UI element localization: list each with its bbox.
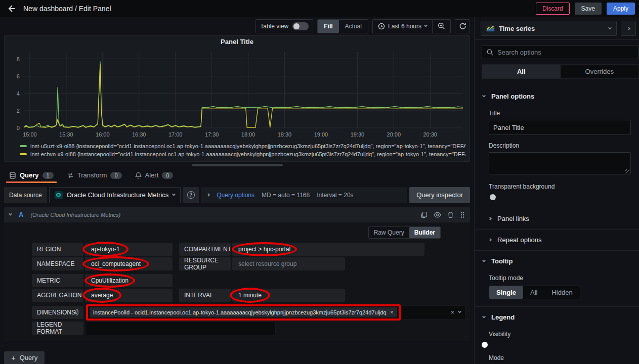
- namespace-field[interactable]: oci_computeagent: [85, 257, 173, 270]
- options-search-input[interactable]: [497, 49, 634, 56]
- tooltip-mode-label: Tooltip mode: [489, 275, 636, 282]
- dimensions-label: DIMENSIONS i: [32, 306, 83, 319]
- compartment-field[interactable]: project > hpc-portal: [232, 243, 424, 256]
- viz-name: Time series: [499, 25, 605, 32]
- datasource-name: Oracle Cloud Infrastructure Metrics: [67, 191, 169, 199]
- dimensions-label-text: DIMENSIONS: [37, 309, 75, 316]
- remove-query-button[interactable]: [447, 211, 454, 218]
- legend-item[interactable]: inst-u5uzt-x9-ol88 {instancepoolid="ocid…: [20, 142, 465, 150]
- chevron-down-icon: [482, 259, 486, 262]
- main-column: Table view Fill Actual Last 6 hours: [0, 17, 474, 364]
- chevron-right-icon: [626, 26, 630, 30]
- panel-options-header[interactable]: Panel options: [475, 86, 639, 106]
- repeat-options-section[interactable]: Repeat options: [475, 229, 639, 250]
- query-editor-card: A (Oracle Cloud Infrastructure Metrics) …: [4, 207, 470, 341]
- refresh-icon: [459, 22, 466, 30]
- toggle-knob: [490, 194, 496, 200]
- region-field[interactable]: ap-tokyo-1: [85, 243, 173, 256]
- hide-query-button[interactable]: [434, 212, 441, 218]
- tooltip-single-option[interactable]: Single: [489, 286, 523, 299]
- query-inspector-button[interactable]: Query inspector: [409, 187, 470, 203]
- tooltip-all-option[interactable]: All: [523, 286, 544, 299]
- add-query-label: Query: [20, 354, 37, 361]
- time-range-label: Last 6 hours: [388, 23, 421, 30]
- chart-legend: inst-u5uzt-x9-ol88 {instancepoolid="ocid…: [9, 141, 465, 159]
- fill-option[interactable]: Fill: [318, 20, 338, 33]
- section-title: Panel links: [497, 215, 529, 222]
- legend-item[interactable]: inst-echvo-x9-ol88 {instancepoolid="ocid…: [20, 150, 465, 158]
- interval-label: INTERVAL: [179, 289, 231, 302]
- region-label: REGION: [32, 243, 83, 256]
- tooltip-hidden-option[interactable]: Hidden: [544, 286, 579, 299]
- options-tabs: All Overrides: [482, 64, 639, 79]
- time-range-picker[interactable]: Last 6 hours: [373, 20, 432, 33]
- add-query-button[interactable]: + Query: [4, 351, 45, 364]
- query-ref-id: A: [19, 211, 23, 218]
- raw-query-option[interactable]: Raw Query: [369, 227, 409, 238]
- horizontal-scrollbar[interactable]: [192, 164, 283, 167]
- svg-text:8: 8: [17, 56, 20, 62]
- clear-select-icon[interactable]: ×: [450, 308, 454, 316]
- refresh-button[interactable]: [455, 19, 470, 33]
- drag-handle[interactable]: [460, 211, 465, 218]
- query-options-strip: Query options MD = auto = 1168 Interval …: [201, 187, 407, 203]
- tab-overrides[interactable]: Overrides: [561, 65, 639, 78]
- description-textarea[interactable]: [489, 152, 631, 174]
- timeseries-chart[interactable]: 0246815:0015:3016:0016:3017:0017:3018:00…: [9, 47, 465, 141]
- series-label: inst-echvo-x9-ol88 {instancepoolid="ocid…: [30, 151, 465, 157]
- legend-format-input[interactable]: [85, 321, 276, 335]
- collapse-pane-button[interactable]: [621, 21, 636, 36]
- back-button[interactable]: [4, 2, 18, 16]
- metric-field[interactable]: CpuUtilization: [85, 274, 173, 287]
- dimensions-select[interactable]: instancePoolId - ocid1.instancepool.oc1.…: [85, 305, 465, 320]
- options-search[interactable]: [482, 45, 639, 59]
- tab-all[interactable]: All: [482, 65, 561, 78]
- zoom-out-button[interactable]: [433, 20, 450, 33]
- datasource-help-button[interactable]: ?: [183, 187, 199, 203]
- query-count-badge: 1: [42, 172, 54, 179]
- toggle-knob: [482, 342, 488, 348]
- duplicate-query-button[interactable]: [420, 211, 428, 218]
- table-view-toggle[interactable]: [292, 22, 309, 30]
- panel-title-input[interactable]: [489, 120, 631, 135]
- interval-info: Interval = 20s: [317, 192, 353, 199]
- save-button[interactable]: Save: [575, 3, 602, 15]
- legend-header[interactable]: Legend: [475, 307, 639, 327]
- tooltip-header[interactable]: Tooltip: [475, 251, 639, 270]
- clock-icon: [378, 23, 385, 30]
- alert-count-badge: 0: [162, 172, 173, 179]
- remove-dimension-icon[interactable]: ×: [390, 309, 394, 316]
- resource-group-placeholder: select resource group: [238, 260, 296, 267]
- copy-icon: [420, 211, 428, 218]
- series-swatch-yellow: [20, 153, 27, 155]
- svg-text:2: 2: [17, 108, 20, 114]
- info-icon: i: [75, 309, 78, 315]
- builder-option[interactable]: Builder: [409, 227, 440, 238]
- help-icon: ?: [187, 191, 195, 199]
- transparent-label: Transparent background: [489, 183, 636, 190]
- query-editor-header[interactable]: A (Oracle Cloud Infrastructure Metrics): [4, 207, 470, 222]
- interval-field[interactable]: 1 minute: [232, 289, 345, 302]
- panel-preview-title: Panel Title: [9, 38, 465, 47]
- actual-option[interactable]: Actual: [339, 20, 368, 33]
- tab-transform[interactable]: Transform 0: [62, 168, 127, 183]
- tab-alert[interactable]: Alert 0: [130, 168, 179, 183]
- search-icon: [487, 49, 493, 56]
- datasource-picker[interactable]: Oracle Cloud Infrastructure Metrics: [49, 187, 181, 203]
- panel-options-section: Panel options Title Description Transpar…: [475, 86, 639, 208]
- panel-links-section[interactable]: Panel links: [475, 208, 639, 229]
- dimension-chip-text: instancePoolId - ocid1.instancepool.oc1.…: [93, 309, 387, 315]
- svg-text:17:30: 17:30: [205, 131, 219, 138]
- query-options-link[interactable]: Query options: [217, 192, 254, 199]
- namespace-value: oci_computeagent: [91, 260, 141, 267]
- discard-button[interactable]: Discard: [536, 3, 570, 15]
- tab-query[interactable]: Query 1: [4, 168, 59, 183]
- dimension-chip[interactable]: instancePoolId - ocid1.instancepool.oc1.…: [90, 307, 397, 317]
- panel-options-pane: Time series All Overrides Pa: [474, 17, 639, 364]
- visualization-picker[interactable]: Time series: [481, 21, 617, 36]
- apply-button[interactable]: Apply: [607, 3, 635, 15]
- aggregation-field[interactable]: average: [85, 289, 173, 302]
- plus-icon: +: [11, 353, 16, 362]
- max-datapoints-info: MD = auto = 1168: [262, 192, 310, 199]
- resource-group-field[interactable]: select resource group: [232, 257, 345, 270]
